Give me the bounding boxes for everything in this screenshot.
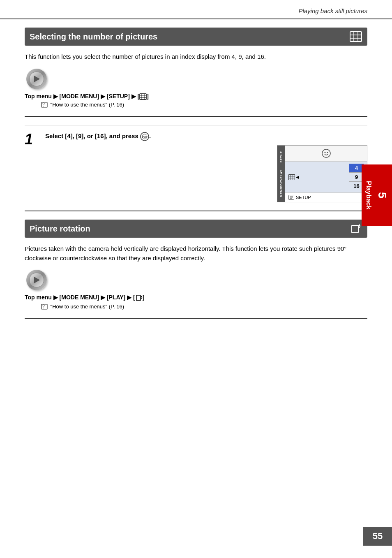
step1-section: 1 Select [4], [9], or [16], and press OK… xyxy=(25,125,367,202)
step-divider xyxy=(25,116,367,117)
svg-rect-28 xyxy=(136,295,141,301)
step-text: Select [4], [9], or [16], and press OK. xyxy=(45,132,367,141)
camera-button-display-2 xyxy=(25,269,367,291)
setup-label: SETUP xyxy=(296,195,311,200)
section2-title: Picture rotation xyxy=(30,224,90,234)
setup-sidebar-label: SETUP xyxy=(280,151,283,162)
section1-header: Selecting the number of pictures xyxy=(25,28,367,46)
svg-rect-27 xyxy=(352,225,358,233)
section1-description: This function lets you select the number… xyxy=(25,52,367,62)
grid-icon xyxy=(349,31,362,42)
mem-sidebar-label: MEM/EDIT/PLAY xyxy=(280,169,283,197)
section2-nav-path: Top menu ▶ [MODE MENU] ▶ [PLAY] ▶ [] xyxy=(25,294,367,301)
main-content: Selecting the number of pictures This fu… xyxy=(0,19,392,335)
svg-rect-5 xyxy=(140,94,146,100)
section1-nav-path: Top menu ▶ [MODE MENU] ▶ [SETUP] ▶ [] xyxy=(25,93,367,100)
section1-title: Selecting the number of pictures xyxy=(30,32,157,42)
chapter-number: 5 xyxy=(376,192,389,199)
svg-text:OK: OK xyxy=(142,135,147,139)
page-header: Playing back still pictures xyxy=(0,0,392,19)
chapter-tab: 5 Playback xyxy=(362,164,392,226)
chapter-label: Playback xyxy=(365,181,372,209)
svg-rect-18 xyxy=(289,174,295,180)
play-triangle-icon-2 xyxy=(34,277,40,283)
page-number: 55 xyxy=(363,527,392,546)
section2-header: Picture rotation xyxy=(25,220,367,238)
document-icon xyxy=(288,195,294,200)
svg-point-17 xyxy=(327,152,328,153)
svg-point-16 xyxy=(324,152,325,153)
final-divider xyxy=(25,318,367,319)
svg-point-11 xyxy=(43,106,44,107)
arrow-indicator: ◀ xyxy=(296,175,299,179)
smiley-icon xyxy=(322,149,331,158)
menu-diagram: SETUP MEM/EDIT/PLAY xyxy=(277,145,367,202)
grid-small-icon xyxy=(288,174,295,180)
section2-description: Pictures taken with the camera held vert… xyxy=(25,244,367,263)
section1-nav-sub: "How to use the menus" (P. 16) xyxy=(41,102,367,108)
playback-button-icon xyxy=(25,68,48,90)
rotation-icon xyxy=(349,223,362,234)
playback-button-icon-2 xyxy=(25,269,48,291)
step-number: 1 xyxy=(25,132,37,202)
svg-point-30 xyxy=(43,308,44,308)
camera-button-display xyxy=(25,68,367,90)
play-triangle-icon xyxy=(34,76,40,82)
section2-nav-sub: "How to use the menus" (P. 16) xyxy=(41,303,367,310)
header-title: Playing back still pictures xyxy=(298,7,367,14)
section-divider-2 xyxy=(25,211,367,211)
svg-point-15 xyxy=(322,149,330,157)
svg-rect-0 xyxy=(350,32,362,42)
step-content: Select [4], [9], or [16], and press OK. … xyxy=(45,132,367,202)
